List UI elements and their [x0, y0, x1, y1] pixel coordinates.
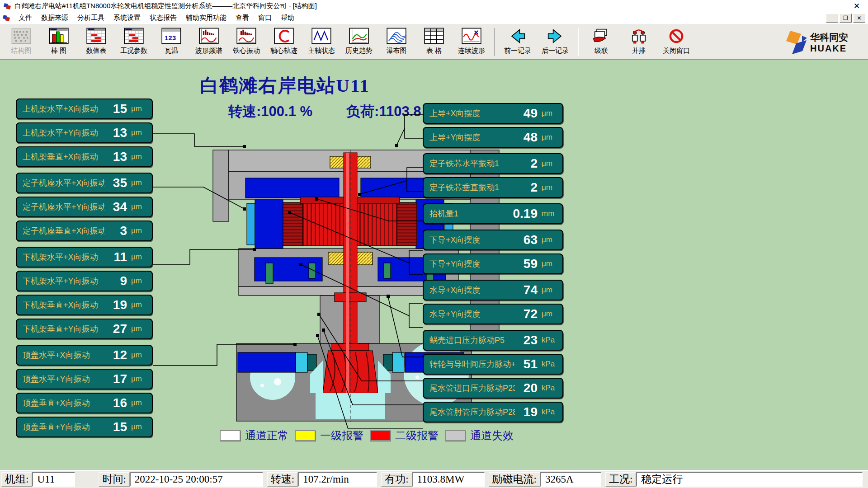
legend-swatch — [370, 430, 391, 441]
toolbar-button-waterfall[interactable]: 瀑布图 — [379, 27, 414, 55]
panel-unit: μm — [542, 109, 559, 118]
menu-item[interactable]: 查看 — [231, 12, 254, 23]
panel-value: 48 — [515, 130, 538, 145]
close-button[interactable]: ✕ — [853, 14, 865, 23]
measurement-panel[interactable]: 下机架水平+X向振动11μm — [16, 247, 153, 267]
toolbar-button-continuous-wave[interactable]: 连续波形 — [454, 27, 489, 55]
measurement-panel[interactable]: 顶盖垂直+X向振动16μm — [16, 393, 153, 413]
legend-item: 二级报警 — [370, 428, 439, 443]
legend-swatch — [295, 430, 316, 441]
measurement-panel[interactable]: 下导+Y向摆度59μm — [423, 253, 563, 274]
measurement-panel[interactable]: 上机架垂直+X向振动13μm — [16, 146, 153, 167]
panel-group: 下机架水平+X向振动11μm下机架水平+Y向振动9μm下机架垂直+X向振动19μ… — [16, 247, 153, 339]
measurement-panel[interactable]: 水导+Y向摆度72μm — [423, 304, 563, 324]
window-title: 白鹤滩右岸电站#11机组TN8000水轮发电机组稳定性监测分析系统———北京华科… — [14, 2, 317, 10]
waterfall-icon — [386, 27, 407, 45]
status-value: U11 — [32, 472, 75, 487]
measurement-panel[interactable]: 顶盖水平+Y向振动17μm — [16, 369, 153, 389]
measurement-panel[interactable]: 下导+X向摆度63μm — [423, 230, 563, 250]
toolbar-button-cascade-windows[interactable]: 级联 — [584, 27, 619, 55]
toolbar-button-next-record[interactable]: 后一记录 — [538, 27, 573, 55]
status-segment: 工况:稳定运行 — [605, 472, 863, 487]
menu-item[interactable]: 帮助 — [276, 12, 299, 23]
toolbar-button-core-vibration[interactable]: 铁心振动 — [229, 27, 264, 55]
main-area: 白鹤滩右岸电站U11 转速:100.1 % 负荷:1103.8 MW — [0, 60, 868, 470]
toolbar-button-label: 并排 — [632, 47, 646, 55]
restore-button[interactable]: ❐ — [840, 14, 852, 23]
measurement-panel[interactable]: 定子铁芯垂直振动12μm — [423, 177, 563, 198]
toolbar-button-label: 工况参数 — [120, 47, 147, 55]
measurement-panel[interactable]: 上机架水平+X向振动15μm — [16, 99, 153, 119]
toolbar-button-tile-windows[interactable]: 并排 — [621, 27, 656, 55]
toolbar-button-condition-params[interactable]: 工况参数 — [116, 27, 151, 55]
measurement-panel[interactable]: 上机架水平+Y向振动13μm — [16, 122, 153, 143]
huake-logo: 华科同安 HUAKE — [783, 30, 864, 57]
toolbar-separator — [494, 28, 495, 56]
measurement-panel[interactable]: 定子机座水平+Y向振动34μm — [16, 197, 153, 217]
panel-value: 19 — [515, 405, 538, 419]
condition-params-icon — [123, 27, 144, 45]
minimize-button[interactable]: _ — [826, 14, 838, 23]
menu-item[interactable]: 分析工具 — [73, 12, 109, 23]
status-segment: 有功:1103.8MW — [381, 472, 484, 487]
panel-label: 下机架水平+X向振动 — [23, 252, 104, 263]
measurement-panel[interactable]: 抬机量10.19mm — [423, 203, 563, 224]
panel-unit: μm — [131, 300, 148, 310]
panel-label: 尾水管进口压力脉动P23 — [429, 383, 515, 394]
measurement-panel[interactable]: 尾水管肘管压力脉动P2819kPa — [423, 402, 563, 422]
toolbar-button-shaft-orbit[interactable]: 轴心轨迹 — [266, 27, 302, 55]
menu-item[interactable]: 辅助实用功能 — [181, 12, 231, 23]
measurement-panel[interactable]: 顶盖垂直+Y向振动15μm — [16, 417, 153, 437]
toolbar-button-history-trend[interactable]: 历史趋势 — [341, 27, 377, 55]
toolbar-button-prev-record[interactable]: 前一记录 — [500, 27, 535, 55]
panel-value: 51 — [515, 357, 538, 371]
menu-bar: 文件数据来源分析工具系统设置状态报告辅助实用功能查看窗口帮助 _❐✕ — [0, 12, 868, 24]
measurement-panel[interactable]: 蜗壳进口压力脉动P523kPa — [423, 330, 563, 351]
toolbar-button-bar-chart[interactable]: 棒 图 — [41, 27, 76, 55]
history-trend-icon — [349, 27, 369, 45]
toolbar-button-numeric-table[interactable]: 数值表 — [79, 27, 114, 55]
panel-unit: μm — [131, 202, 148, 211]
menu-item[interactable]: 窗口 — [254, 12, 276, 23]
measurement-panel[interactable]: 定子机座水平+X向振动35μm — [16, 173, 153, 193]
menu-item[interactable]: 系统设置 — [109, 12, 145, 23]
measurement-panel[interactable]: 尾水管进口压力脉动P2320kPa — [423, 378, 563, 399]
panel-group: 水导+X向摆度74μm水导+Y向摆度72μm — [423, 280, 563, 324]
toolbar-button-shaft-status[interactable]: 主轴状态 — [304, 27, 339, 55]
toolbar-button-label: 后一记录 — [542, 47, 569, 55]
measurement-panel[interactable]: 下机架水平+Y向振动9μm — [16, 271, 153, 291]
panel-value: 27 — [104, 322, 127, 336]
status-bar: 机组:U11时间:2022-10-25 20:00:57转速:107.2r/mi… — [0, 470, 868, 488]
panel-label: 定子机座垂直+X向振动 — [23, 225, 104, 236]
toolbar-button-waveform-spectrum[interactable]: 波形频谱 — [191, 27, 226, 55]
panel-value: 16 — [104, 396, 127, 410]
menu-item[interactable]: 文件 — [14, 12, 37, 23]
panel-value: 0.19 — [513, 206, 538, 221]
measurement-panel[interactable]: 上导+Y向摆度48μm — [423, 127, 563, 148]
toolbar-button-close-window[interactable]: 关闭窗口 — [659, 27, 694, 55]
shaft-orbit-icon — [274, 27, 294, 45]
pad-temperature-icon: 123 — [161, 27, 182, 45]
panel-label: 蜗壳进口压力脉动P5 — [429, 335, 515, 346]
panel-unit: μm — [542, 235, 559, 244]
panel-label: 上机架水平+X向振动 — [23, 103, 104, 114]
measurement-panel[interactable]: 定子机座垂直+X向振动3μm — [16, 221, 153, 241]
panel-unit: μm — [542, 286, 559, 295]
menu-item[interactable]: 状态报告 — [145, 12, 181, 23]
panel-unit: μm — [542, 183, 559, 192]
measurement-panel[interactable]: 水导+X向摆度74μm — [423, 280, 563, 300]
measurement-panel[interactable]: 转轮与导叶间压力脉动+X51kPa — [423, 354, 563, 375]
toolbar-button-grid-table[interactable]: 表 格 — [416, 27, 452, 55]
status-segment: 机组:U11 — [1, 472, 75, 487]
measurement-panel[interactable]: 上导+X向摆度49μm — [423, 103, 563, 124]
measurement-panel[interactable]: 下机架垂直+Y向振动27μm — [16, 319, 153, 339]
menu-item[interactable]: 数据来源 — [37, 12, 73, 23]
close-icon[interactable]: ✕ — [849, 1, 864, 11]
status-label: 励磁电流: — [489, 472, 540, 487]
status-value: 3265A — [540, 472, 601, 487]
measurement-panel[interactable]: 定子铁芯水平振动12μm — [423, 153, 563, 174]
measurement-panel[interactable]: 下机架垂直+X向振动19μm — [16, 295, 153, 315]
toolbar-button-pad-temperature[interactable]: 123瓦温 — [154, 27, 189, 55]
legend-item: 通道正常 — [220, 428, 288, 443]
measurement-panel[interactable]: 顶盖水平+X向振动12μm — [16, 345, 153, 366]
